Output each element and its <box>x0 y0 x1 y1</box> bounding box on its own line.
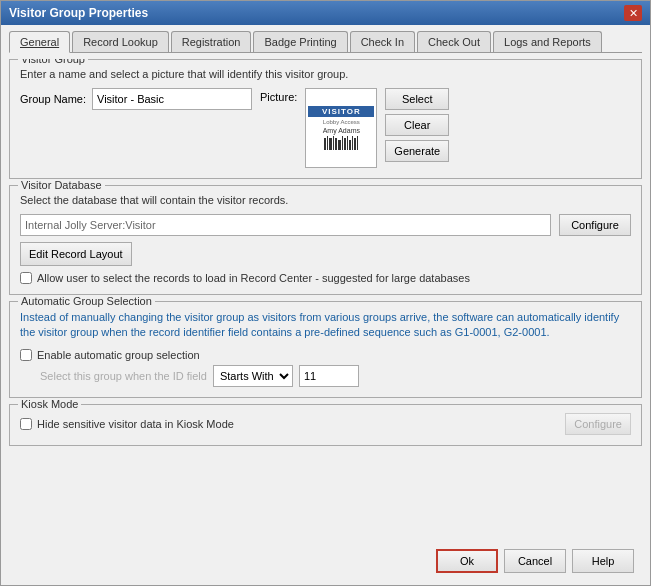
tab-general[interactable]: General <box>9 31 70 53</box>
picture-label: Picture: <box>260 91 297 103</box>
enable-auto-group-label: Enable automatic group selection <box>37 349 200 361</box>
tab-bar: General Record Lookup Registration Badge… <box>9 31 642 53</box>
auto-group-desc-part2: . <box>547 326 550 338</box>
picture-buttons: Select Clear Generate <box>385 88 449 162</box>
window-title: Visitor Group Properties <box>9 6 148 20</box>
badge-line1: Lobby Access <box>323 119 360 125</box>
kiosk-checkbox-row: Hide sensitive visitor data in Kiosk Mod… <box>20 418 234 430</box>
tab-check-out[interactable]: Check Out <box>417 31 491 52</box>
badge-barcode <box>324 136 358 150</box>
tab-record-lookup[interactable]: Record Lookup <box>72 31 169 52</box>
badge-header: VISITOR <box>308 106 374 117</box>
tab-badge-printing[interactable]: Badge Printing <box>253 31 347 52</box>
cancel-button[interactable]: Cancel <box>504 549 566 573</box>
condition-label: Select this group when the ID field <box>40 370 207 382</box>
auto-group-highlight: G1-0001, G2-0001 <box>455 326 547 338</box>
picture-preview: VISITOR Lobby Access Amy Adams <box>305 88 377 168</box>
condition-value-input[interactable] <box>299 365 359 387</box>
enable-auto-group-checkbox[interactable] <box>20 349 32 361</box>
main-window: Visitor Group Properties ✕ General Recor… <box>0 0 651 586</box>
footer: Ok Cancel Help <box>9 543 642 577</box>
enable-auto-group-row: Enable automatic group selection <box>20 349 631 361</box>
select-button[interactable]: Select <box>385 88 449 110</box>
tab-content: Visitor Group Enter a name and select a … <box>9 59 642 543</box>
group-name-section: Group Name: <box>20 88 252 110</box>
allow-checkbox-label: Allow user to select the records to load… <box>37 272 470 284</box>
kiosk-checkbox[interactable] <box>20 418 32 430</box>
generate-button[interactable]: Generate <box>385 140 449 162</box>
configure-database-button[interactable]: Configure <box>559 214 631 236</box>
group-name-input[interactable] <box>92 88 252 110</box>
window-content: General Record Lookup Registration Badge… <box>1 25 650 585</box>
condition-row: Select this group when the ID field Star… <box>40 365 631 387</box>
visitor-database-box: Visitor Database Select the database tha… <box>9 185 642 295</box>
group-name-label: Group Name: <box>20 93 86 105</box>
visitor-group-title: Visitor Group <box>18 59 88 65</box>
visitor-database-title: Visitor Database <box>18 179 105 191</box>
kiosk-mode-title: Kiosk Mode <box>18 398 81 410</box>
kiosk-mode-row: Hide sensitive visitor data in Kiosk Mod… <box>20 413 631 435</box>
badge-preview: VISITOR Lobby Access Amy Adams <box>306 89 376 167</box>
visitor-database-description: Select the database that will contain th… <box>20 194 631 206</box>
title-bar: Visitor Group Properties ✕ <box>1 1 650 25</box>
picture-section: Picture: VISITOR Lobby Access Amy Adams <box>260 88 449 168</box>
badge-person-name: Amy Adams <box>323 127 360 134</box>
visitor-group-box: Visitor Group Enter a name and select a … <box>9 59 642 179</box>
kiosk-checkbox-label: Hide sensitive visitor data in Kiosk Mod… <box>37 418 234 430</box>
ok-button[interactable]: Ok <box>436 549 498 573</box>
clear-button[interactable]: Clear <box>385 114 449 136</box>
kiosk-mode-box: Kiosk Mode Hide sensitive visitor data i… <box>9 404 642 446</box>
allow-checkbox[interactable] <box>20 272 32 284</box>
allow-checkbox-row: Allow user to select the records to load… <box>20 272 631 284</box>
edit-record-layout-button[interactable]: Edit Record Layout <box>20 242 132 266</box>
help-button[interactable]: Help <box>572 549 634 573</box>
auto-group-description: Instead of manually changing the visitor… <box>20 310 631 341</box>
visitor-group-row: Group Name: Picture: VISITOR Lobby Acces… <box>20 88 631 168</box>
tab-registration[interactable]: Registration <box>171 31 252 52</box>
auto-group-box: Automatic Group Selection Instead of man… <box>9 301 642 398</box>
tab-check-in[interactable]: Check In <box>350 31 415 52</box>
close-button[interactable]: ✕ <box>624 5 642 21</box>
auto-group-title: Automatic Group Selection <box>18 295 155 307</box>
database-row: Configure <box>20 214 631 236</box>
kiosk-configure-button[interactable]: Configure <box>565 413 631 435</box>
tab-logs-and-reports[interactable]: Logs and Reports <box>493 31 602 52</box>
visitor-group-description: Enter a name and select a picture that w… <box>20 68 631 80</box>
database-input[interactable] <box>20 214 551 236</box>
condition-select[interactable]: Starts With Ends With Contains <box>213 365 293 387</box>
